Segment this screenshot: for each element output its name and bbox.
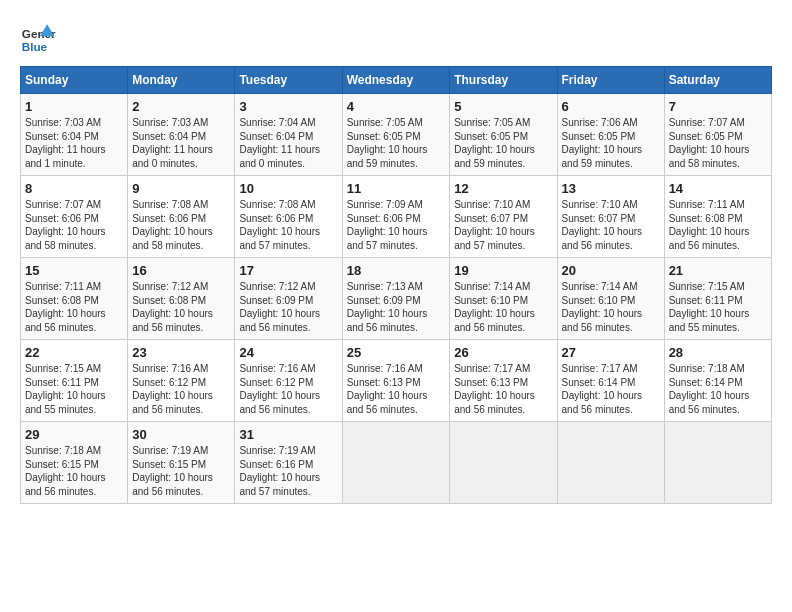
calendar-cell: 8 Sunrise: 7:07 AMSunset: 6:06 PMDayligh… bbox=[21, 176, 128, 258]
day-detail: Sunrise: 7:19 AMSunset: 6:16 PMDaylight:… bbox=[239, 444, 337, 498]
calendar-cell: 25 Sunrise: 7:16 AMSunset: 6:13 PMDaylig… bbox=[342, 340, 450, 422]
week-row-3: 15 Sunrise: 7:11 AMSunset: 6:08 PMDaylig… bbox=[21, 258, 772, 340]
calendar-cell: 3 Sunrise: 7:04 AMSunset: 6:04 PMDayligh… bbox=[235, 94, 342, 176]
day-number: 11 bbox=[347, 181, 446, 196]
day-number: 2 bbox=[132, 99, 230, 114]
day-detail: Sunrise: 7:08 AMSunset: 6:06 PMDaylight:… bbox=[239, 198, 337, 252]
day-number: 30 bbox=[132, 427, 230, 442]
day-detail: Sunrise: 7:12 AMSunset: 6:08 PMDaylight:… bbox=[132, 280, 230, 334]
day-detail: Sunrise: 7:10 AMSunset: 6:07 PMDaylight:… bbox=[562, 198, 660, 252]
calendar-table: SundayMondayTuesdayWednesdayThursdayFrid… bbox=[20, 66, 772, 504]
day-number: 20 bbox=[562, 263, 660, 278]
day-detail: Sunrise: 7:05 AMSunset: 6:05 PMDaylight:… bbox=[454, 116, 552, 170]
day-number: 5 bbox=[454, 99, 552, 114]
day-detail: Sunrise: 7:14 AMSunset: 6:10 PMDaylight:… bbox=[454, 280, 552, 334]
calendar-cell bbox=[450, 422, 557, 504]
calendar-cell: 24 Sunrise: 7:16 AMSunset: 6:12 PMDaylig… bbox=[235, 340, 342, 422]
calendar-cell: 15 Sunrise: 7:11 AMSunset: 6:08 PMDaylig… bbox=[21, 258, 128, 340]
day-detail: Sunrise: 7:09 AMSunset: 6:06 PMDaylight:… bbox=[347, 198, 446, 252]
weekday-tuesday: Tuesday bbox=[235, 67, 342, 94]
calendar-cell: 9 Sunrise: 7:08 AMSunset: 6:06 PMDayligh… bbox=[128, 176, 235, 258]
day-detail: Sunrise: 7:19 AMSunset: 6:15 PMDaylight:… bbox=[132, 444, 230, 498]
day-detail: Sunrise: 7:04 AMSunset: 6:04 PMDaylight:… bbox=[239, 116, 337, 170]
calendar-cell: 26 Sunrise: 7:17 AMSunset: 6:13 PMDaylig… bbox=[450, 340, 557, 422]
weekday-saturday: Saturday bbox=[664, 67, 771, 94]
weekday-friday: Friday bbox=[557, 67, 664, 94]
day-detail: Sunrise: 7:16 AMSunset: 6:12 PMDaylight:… bbox=[132, 362, 230, 416]
logo: General Blue bbox=[20, 20, 56, 56]
weekday-monday: Monday bbox=[128, 67, 235, 94]
day-number: 29 bbox=[25, 427, 123, 442]
day-detail: Sunrise: 7:08 AMSunset: 6:06 PMDaylight:… bbox=[132, 198, 230, 252]
day-detail: Sunrise: 7:03 AMSunset: 6:04 PMDaylight:… bbox=[132, 116, 230, 170]
day-number: 22 bbox=[25, 345, 123, 360]
weekday-header-row: SundayMondayTuesdayWednesdayThursdayFrid… bbox=[21, 67, 772, 94]
day-number: 8 bbox=[25, 181, 123, 196]
weekday-sunday: Sunday bbox=[21, 67, 128, 94]
calendar-cell: 16 Sunrise: 7:12 AMSunset: 6:08 PMDaylig… bbox=[128, 258, 235, 340]
calendar-cell: 28 Sunrise: 7:18 AMSunset: 6:14 PMDaylig… bbox=[664, 340, 771, 422]
day-detail: Sunrise: 7:11 AMSunset: 6:08 PMDaylight:… bbox=[25, 280, 123, 334]
day-number: 25 bbox=[347, 345, 446, 360]
calendar-cell bbox=[342, 422, 450, 504]
day-detail: Sunrise: 7:17 AMSunset: 6:14 PMDaylight:… bbox=[562, 362, 660, 416]
day-detail: Sunrise: 7:15 AMSunset: 6:11 PMDaylight:… bbox=[25, 362, 123, 416]
day-number: 14 bbox=[669, 181, 767, 196]
calendar-cell: 21 Sunrise: 7:15 AMSunset: 6:11 PMDaylig… bbox=[664, 258, 771, 340]
week-row-5: 29 Sunrise: 7:18 AMSunset: 6:15 PMDaylig… bbox=[21, 422, 772, 504]
day-number: 26 bbox=[454, 345, 552, 360]
calendar-cell: 1 Sunrise: 7:03 AMSunset: 6:04 PMDayligh… bbox=[21, 94, 128, 176]
day-detail: Sunrise: 7:03 AMSunset: 6:04 PMDaylight:… bbox=[25, 116, 123, 170]
day-number: 12 bbox=[454, 181, 552, 196]
calendar-cell: 11 Sunrise: 7:09 AMSunset: 6:06 PMDaylig… bbox=[342, 176, 450, 258]
calendar-cell: 27 Sunrise: 7:17 AMSunset: 6:14 PMDaylig… bbox=[557, 340, 664, 422]
day-detail: Sunrise: 7:12 AMSunset: 6:09 PMDaylight:… bbox=[239, 280, 337, 334]
calendar-cell: 5 Sunrise: 7:05 AMSunset: 6:05 PMDayligh… bbox=[450, 94, 557, 176]
day-number: 1 bbox=[25, 99, 123, 114]
day-number: 27 bbox=[562, 345, 660, 360]
calendar-cell: 23 Sunrise: 7:16 AMSunset: 6:12 PMDaylig… bbox=[128, 340, 235, 422]
day-number: 9 bbox=[132, 181, 230, 196]
day-detail: Sunrise: 7:18 AMSunset: 6:14 PMDaylight:… bbox=[669, 362, 767, 416]
day-detail: Sunrise: 7:10 AMSunset: 6:07 PMDaylight:… bbox=[454, 198, 552, 252]
day-detail: Sunrise: 7:15 AMSunset: 6:11 PMDaylight:… bbox=[669, 280, 767, 334]
day-detail: Sunrise: 7:07 AMSunset: 6:05 PMDaylight:… bbox=[669, 116, 767, 170]
day-number: 13 bbox=[562, 181, 660, 196]
day-number: 15 bbox=[25, 263, 123, 278]
calendar-cell: 14 Sunrise: 7:11 AMSunset: 6:08 PMDaylig… bbox=[664, 176, 771, 258]
day-number: 10 bbox=[239, 181, 337, 196]
day-number: 21 bbox=[669, 263, 767, 278]
calendar-cell: 29 Sunrise: 7:18 AMSunset: 6:15 PMDaylig… bbox=[21, 422, 128, 504]
day-number: 18 bbox=[347, 263, 446, 278]
calendar-cell: 13 Sunrise: 7:10 AMSunset: 6:07 PMDaylig… bbox=[557, 176, 664, 258]
day-detail: Sunrise: 7:14 AMSunset: 6:10 PMDaylight:… bbox=[562, 280, 660, 334]
calendar-cell: 19 Sunrise: 7:14 AMSunset: 6:10 PMDaylig… bbox=[450, 258, 557, 340]
day-number: 3 bbox=[239, 99, 337, 114]
day-number: 17 bbox=[239, 263, 337, 278]
week-row-2: 8 Sunrise: 7:07 AMSunset: 6:06 PMDayligh… bbox=[21, 176, 772, 258]
calendar-cell: 31 Sunrise: 7:19 AMSunset: 6:16 PMDaylig… bbox=[235, 422, 342, 504]
calendar-cell: 22 Sunrise: 7:15 AMSunset: 6:11 PMDaylig… bbox=[21, 340, 128, 422]
day-number: 28 bbox=[669, 345, 767, 360]
day-detail: Sunrise: 7:16 AMSunset: 6:12 PMDaylight:… bbox=[239, 362, 337, 416]
day-number: 23 bbox=[132, 345, 230, 360]
calendar-cell: 20 Sunrise: 7:14 AMSunset: 6:10 PMDaylig… bbox=[557, 258, 664, 340]
calendar-cell: 12 Sunrise: 7:10 AMSunset: 6:07 PMDaylig… bbox=[450, 176, 557, 258]
calendar-cell: 6 Sunrise: 7:06 AMSunset: 6:05 PMDayligh… bbox=[557, 94, 664, 176]
calendar-cell bbox=[664, 422, 771, 504]
calendar-cell: 10 Sunrise: 7:08 AMSunset: 6:06 PMDaylig… bbox=[235, 176, 342, 258]
weekday-thursday: Thursday bbox=[450, 67, 557, 94]
day-detail: Sunrise: 7:18 AMSunset: 6:15 PMDaylight:… bbox=[25, 444, 123, 498]
calendar-cell: 2 Sunrise: 7:03 AMSunset: 6:04 PMDayligh… bbox=[128, 94, 235, 176]
week-row-4: 22 Sunrise: 7:15 AMSunset: 6:11 PMDaylig… bbox=[21, 340, 772, 422]
day-detail: Sunrise: 7:06 AMSunset: 6:05 PMDaylight:… bbox=[562, 116, 660, 170]
day-detail: Sunrise: 7:13 AMSunset: 6:09 PMDaylight:… bbox=[347, 280, 446, 334]
calendar-cell bbox=[557, 422, 664, 504]
day-number: 31 bbox=[239, 427, 337, 442]
calendar-cell: 18 Sunrise: 7:13 AMSunset: 6:09 PMDaylig… bbox=[342, 258, 450, 340]
day-number: 6 bbox=[562, 99, 660, 114]
day-number: 7 bbox=[669, 99, 767, 114]
day-detail: Sunrise: 7:16 AMSunset: 6:13 PMDaylight:… bbox=[347, 362, 446, 416]
calendar-header: SundayMondayTuesdayWednesdayThursdayFrid… bbox=[21, 67, 772, 94]
day-number: 24 bbox=[239, 345, 337, 360]
